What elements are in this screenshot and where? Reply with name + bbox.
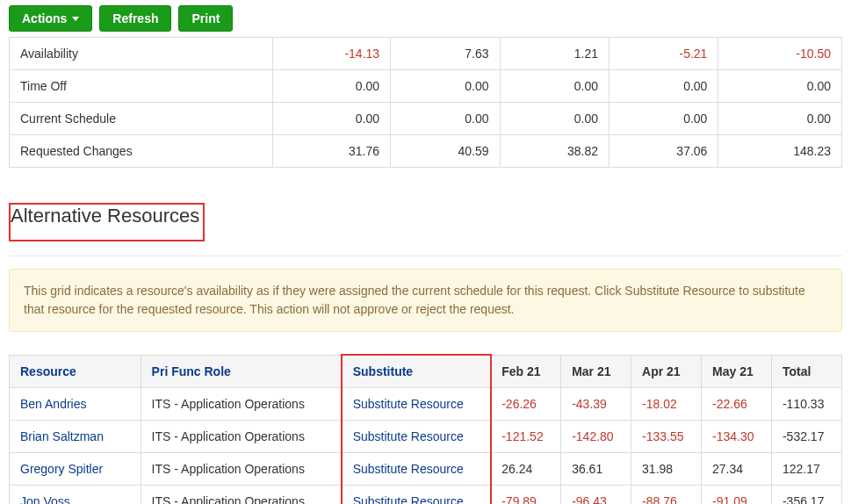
col-resource[interactable]: Resource (10, 356, 141, 388)
substitute-resource-link[interactable]: Substitute Resource (342, 388, 491, 421)
print-button[interactable]: Print (178, 5, 233, 32)
table-row: Gregory SpitlerITS - Application Operati… (10, 453, 842, 486)
table-row: Brian SaltzmanITS - Application Operatio… (10, 421, 842, 453)
substitute-resource-link[interactable]: Substitute Resource (342, 453, 491, 486)
value-cell: -121.52 (491, 421, 561, 453)
summary-value: 0.00 (273, 70, 391, 103)
alt-resources-table: Resource Pri Func Role Substitute Feb 21… (9, 355, 842, 504)
table-row: Jon VossITS - Application OperationsSubs… (10, 486, 842, 505)
divider (9, 256, 842, 256)
summary-label: Availability (10, 38, 273, 70)
value-cell: -26.26 (491, 388, 561, 421)
info-banner: This grid indicates a resource's availab… (9, 269, 842, 332)
resource-link[interactable]: Gregory Spitler (10, 453, 141, 486)
substitute-resource-link[interactable]: Substitute Resource (342, 486, 491, 505)
chevron-down-icon (72, 17, 79, 21)
section-title: Alternative Resources (11, 205, 199, 227)
summary-value: 0.00 (718, 70, 842, 103)
value-cell: -91.09 (702, 486, 772, 505)
value-cell: -18.02 (631, 388, 702, 421)
value-cell: -96.43 (561, 486, 631, 505)
value-cell: 122.17 (771, 453, 841, 486)
actions-label: Actions (22, 11, 67, 25)
refresh-button[interactable]: Refresh (99, 5, 171, 32)
summary-label: Current Schedule (10, 103, 273, 135)
value-cell: -356.17 (771, 486, 841, 505)
summary-value: -10.50 (718, 38, 842, 70)
table-header-row: Resource Pri Func Role Substitute Feb 21… (10, 356, 842, 388)
value-cell: 27.34 (702, 453, 772, 486)
summary-row: Availability-14.137.631.21-5.21-10.50 (10, 38, 842, 70)
summary-value: 0.00 (391, 70, 500, 103)
resource-link[interactable]: Jon Voss (10, 486, 141, 505)
summary-row: Time Off0.000.000.000.000.00 (10, 70, 842, 103)
col-feb[interactable]: Feb 21 (491, 356, 561, 388)
col-substitute[interactable]: Substitute (342, 356, 491, 388)
col-role[interactable]: Pri Func Role (141, 356, 342, 388)
value-cell: -88.76 (631, 486, 702, 505)
summary-row: Requested Changes31.7640.5938.8237.06148… (10, 135, 842, 168)
summary-value: 0.00 (273, 103, 391, 135)
summary-value: 0.00 (500, 70, 609, 103)
summary-value: 0.00 (609, 70, 718, 103)
value-cell: -79.89 (491, 486, 561, 505)
summary-value: 38.82 (500, 135, 609, 168)
col-apr[interactable]: Apr 21 (631, 356, 702, 388)
value-cell: 31.98 (631, 453, 702, 486)
print-label: Print (191, 11, 220, 25)
col-total[interactable]: Total (771, 356, 841, 388)
value-cell: 36.61 (561, 453, 631, 486)
value-cell: -134.30 (702, 421, 772, 453)
refresh-label: Refresh (112, 11, 158, 25)
summary-value: 1.21 (500, 38, 609, 70)
section-title-highlight: Alternative Resources (9, 203, 205, 241)
toolbar: Actions Refresh Print (0, 0, 851, 37)
value-cell: -142.80 (561, 421, 631, 453)
role-cell: ITS - Application Operations (141, 453, 342, 486)
role-cell: ITS - Application Operations (141, 421, 342, 453)
role-cell: ITS - Application Operations (141, 486, 342, 505)
col-may[interactable]: May 21 (702, 356, 772, 388)
summary-value: 7.63 (391, 38, 500, 70)
summary-value: 0.00 (609, 103, 718, 135)
summary-value: 37.06 (609, 135, 718, 168)
value-cell: -22.66 (702, 388, 772, 421)
resource-link[interactable]: Brian Saltzman (10, 421, 141, 453)
summary-value: 0.00 (500, 103, 609, 135)
summary-value: 0.00 (391, 103, 500, 135)
substitute-resource-link[interactable]: Substitute Resource (342, 421, 491, 453)
summary-label: Time Off (10, 70, 273, 103)
summary-table: Availability-14.137.631.21-5.21-10.50Tim… (9, 37, 842, 168)
summary-row: Current Schedule0.000.000.000.000.00 (10, 103, 842, 135)
value-cell: -110.33 (771, 388, 841, 421)
summary-value: 31.76 (273, 135, 391, 168)
summary-value: -5.21 (609, 38, 718, 70)
value-cell: -43.39 (561, 388, 631, 421)
alt-table-wrap: Resource Pri Func Role Substitute Feb 21… (9, 355, 842, 504)
resource-link[interactable]: Ben Andries (10, 388, 141, 421)
summary-label: Requested Changes (10, 135, 273, 168)
col-mar[interactable]: Mar 21 (561, 356, 631, 388)
role-cell: ITS - Application Operations (141, 388, 342, 421)
actions-button[interactable]: Actions (9, 5, 92, 32)
value-cell: 26.24 (491, 453, 561, 486)
table-row: Ben AndriesITS - Application OperationsS… (10, 388, 842, 421)
value-cell: -532.17 (771, 421, 841, 453)
summary-value: 0.00 (718, 103, 842, 135)
value-cell: -133.55 (631, 421, 702, 453)
summary-value: 40.59 (391, 135, 500, 168)
summary-value: -14.13 (273, 38, 391, 70)
summary-value: 148.23 (718, 135, 842, 168)
